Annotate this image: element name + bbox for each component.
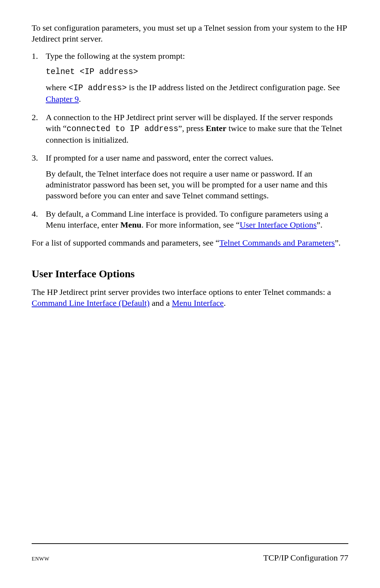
text: . For more information, see “: [141, 220, 240, 229]
step-body: A connection to the HP Jetdirect print s…: [46, 112, 348, 146]
step-4: 4. By default, a Command Line interface …: [32, 209, 348, 230]
footer-left: ENWW: [32, 556, 49, 563]
connected-code: connected to IP address: [66, 124, 178, 134]
chapter-9-link[interactable]: Chapter 9: [46, 94, 79, 104]
ui-options-link[interactable]: User Interface Options: [240, 220, 317, 229]
footer-section-title: TCP/IP Configuration: [263, 553, 340, 562]
ui-options-heading: User Interface Options: [32, 267, 348, 280]
telnet-commands-link[interactable]: Telnet Commands and Parameters: [219, 238, 335, 247]
text: The HP Jetdirect print server provides t…: [32, 287, 331, 297]
step-2-text: A connection to the HP Jetdirect print s…: [46, 112, 348, 146]
step-body: If prompted for a user name and password…: [46, 153, 348, 202]
step-4-text: By default, a Command Line interface is …: [46, 209, 348, 230]
step-1: 1. Type the following at the system prom…: [32, 51, 348, 105]
text: ”, press: [178, 124, 206, 133]
footer-right: TCP/IP Configuration 77: [263, 552, 348, 563]
step-number: 1.: [32, 51, 46, 105]
step-3: 3. If prompted for a user name and passw…: [32, 153, 348, 202]
step-body: By default, a Command Line interface is …: [46, 209, 348, 230]
text: where: [46, 83, 69, 92]
step-3-instruction: If prompted for a user name and password…: [46, 153, 348, 163]
step-number: 3.: [32, 153, 46, 202]
text: ”.: [335, 238, 341, 247]
page-number: 77: [340, 553, 348, 562]
ui-options-paragraph: The HP Jetdirect print server provides t…: [32, 287, 348, 309]
text: ”.: [317, 220, 323, 229]
steps-list: 1. Type the following at the system prom…: [32, 51, 348, 230]
enter-key: Enter: [206, 124, 227, 133]
step-3-note: By default, the Telnet interface does no…: [46, 168, 348, 202]
commands-reference: For a list of supported commands and par…: [32, 237, 348, 248]
step-1-where: where <IP address> is the IP address lis…: [46, 82, 348, 105]
intro-paragraph: To set configuration parameters, you mus…: [32, 23, 348, 44]
page-footer: ENWW TCP/IP Configuration 77: [32, 543, 348, 563]
telnet-command: telnet <IP address>: [46, 67, 348, 78]
text: and a: [150, 298, 172, 308]
menu-keyword: Menu: [120, 220, 141, 229]
step-number: 4.: [32, 209, 46, 230]
step-2: 2. A connection to the HP Jetdirect prin…: [32, 112, 348, 146]
text: .: [79, 94, 81, 104]
text: .: [224, 298, 226, 308]
step-body: Type the following at the system prompt:…: [46, 51, 348, 105]
step-1-instruction: Type the following at the system prompt:: [46, 51, 348, 62]
ip-address-code: <IP address>: [69, 83, 127, 93]
text: is the IP address listed on the Jetdirec…: [127, 83, 340, 92]
cli-default-link[interactable]: Command Line Interface (Default): [32, 298, 150, 308]
menu-interface-link[interactable]: Menu Interface: [172, 298, 224, 308]
step-number: 2.: [32, 112, 46, 146]
text: For a list of supported commands and par…: [32, 238, 219, 247]
